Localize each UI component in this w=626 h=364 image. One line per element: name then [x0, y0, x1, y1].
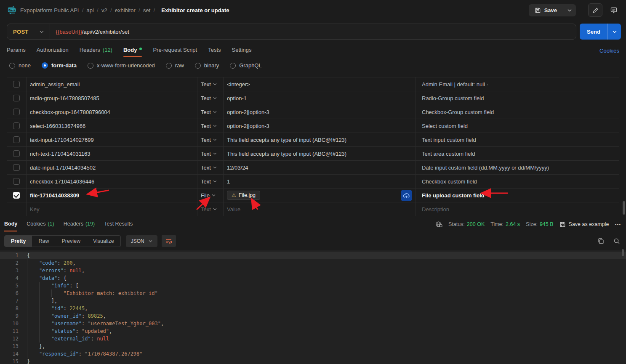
description-cell[interactable]: Description [416, 202, 619, 216]
send-button[interactable]: Send [580, 24, 607, 40]
value-cell[interactable]: Value [224, 202, 416, 216]
value-cell[interactable]: option-1 [224, 91, 416, 105]
key-cell[interactable]: checkbox-group-1647808796004 [26, 105, 197, 119]
tab-params[interactable]: Params [7, 44, 26, 57]
type-selector[interactable]: Text [197, 161, 224, 174]
response-tab-headers[interactable]: Headers(19) [64, 218, 95, 231]
value-cell[interactable]: 12/03/24 [224, 161, 416, 174]
save-dropdown-button[interactable] [563, 4, 576, 16]
save-button[interactable]: Save [529, 4, 563, 16]
copy-button[interactable] [597, 238, 604, 244]
type-selector[interactable]: Text [197, 147, 224, 160]
type-selector[interactable]: Text [197, 175, 224, 188]
request-tabs: ParamsAuthorizationHeaders(12)BodyPre-re… [0, 44, 626, 57]
key-cell[interactable]: select-1660313674966 [26, 119, 197, 133]
code-scrollbar[interactable] [622, 249, 624, 256]
key-cell[interactable]: rich-text-1710414031163 [26, 147, 197, 160]
row-checkbox[interactable] [13, 136, 20, 143]
type-selector[interactable]: Text [197, 119, 224, 133]
key-cell[interactable]: Key [26, 202, 197, 216]
row-checkbox[interactable] [13, 164, 20, 171]
method-selector[interactable]: POST [7, 24, 50, 39]
breadcrumb-item[interactable]: api [87, 7, 94, 13]
value-cell[interactable]: <integer> [224, 77, 416, 91]
description-cell[interactable]: Select custom field [416, 119, 619, 133]
key-cell[interactable]: checkbox-1710414036446 [26, 175, 197, 188]
type-selector[interactable]: File [197, 189, 224, 202]
breadcrumb-item[interactable]: Expoplatform Public API [20, 7, 79, 13]
response-body-viewer[interactable]: 1{2"code": 200,3"errors": null,4"data": … [0, 250, 626, 364]
row-checkbox[interactable] [13, 81, 20, 88]
key-cell[interactable]: admin_assign_email [26, 77, 197, 91]
edit-button[interactable] [588, 3, 602, 17]
description-cell[interactable]: Checkbox custom field [416, 175, 619, 188]
view-tab-raw[interactable]: Raw [32, 236, 55, 247]
tab-headers[interactable]: Headers(12) [80, 44, 112, 57]
description-cell[interactable]: Radio-Group custom field [416, 91, 619, 105]
value-cell[interactable]: option-2||option-3 [224, 119, 416, 133]
key-cell[interactable]: file-1710414038309 [26, 189, 197, 202]
view-tab-preview[interactable]: Preview [55, 236, 86, 247]
key-cell[interactable]: text-input-1710414027699 [26, 133, 197, 146]
description-cell[interactable]: Checkbox-Group custom field [416, 105, 619, 119]
type-selector[interactable]: Text [197, 77, 224, 91]
row-checkbox[interactable] [13, 109, 20, 115]
key-cell[interactable]: date-input-1710414034502 [26, 161, 197, 174]
value-cell[interactable]: ⚠File.jpg [224, 189, 416, 202]
value-cell[interactable]: option-2||option-3 [224, 105, 416, 119]
more-options-button[interactable]: ••• [615, 222, 621, 227]
response-tab-body[interactable]: Body [4, 218, 17, 231]
comments-button[interactable] [607, 3, 621, 17]
type-selector[interactable]: Text [197, 202, 224, 216]
url-input[interactable]: {{baseUrl}}/api/v2/exhibitor/set [50, 29, 135, 35]
breadcrumb-item[interactable]: v2 [101, 7, 107, 13]
file-chip[interactable]: ⚠File.jpg [227, 191, 260, 200]
description-cell[interactable]: Admin Email | default: null · [416, 77, 619, 91]
cookies-link[interactable]: Cookies [599, 48, 619, 57]
upload-file-button[interactable] [401, 190, 412, 201]
type-selector[interactable]: Text [197, 133, 224, 146]
type-selector[interactable]: Text [197, 105, 224, 119]
type-selector[interactable]: Text [197, 91, 224, 105]
value-cell[interactable]: This field accepts any type of input (AB… [224, 133, 416, 146]
body-mode-binary[interactable]: binary [195, 62, 219, 69]
tab-tests[interactable]: Tests [208, 44, 221, 57]
search-button[interactable] [613, 238, 620, 244]
response-tab-test-results[interactable]: Test Results [104, 218, 133, 231]
tab-body[interactable]: Body [123, 44, 142, 57]
body-mode-none[interactable]: none [9, 62, 31, 69]
type-label: Text [201, 151, 211, 157]
send-options-button[interactable] [607, 24, 621, 40]
breadcrumb-item[interactable]: set [143, 7, 150, 13]
response-tab-cookies[interactable]: Cookies(1) [27, 218, 54, 231]
description-cell[interactable]: Text input custom field [416, 133, 619, 146]
description-cell[interactable]: Date input custom field (dd.MM.yyyy or d… [416, 161, 619, 174]
body-mode-GraphQL[interactable]: GraphQL [230, 62, 261, 69]
row-checkbox-checked[interactable] [13, 192, 20, 199]
row-checkbox[interactable] [13, 178, 20, 185]
value-cell[interactable]: This field accepts any type of input (AB… [224, 147, 416, 160]
format-selector[interactable]: JSON [126, 235, 157, 247]
breadcrumb-item[interactable]: exhibitor [115, 7, 136, 13]
key-cell[interactable]: radio-group-1647808507485 [26, 91, 197, 105]
table-scrollbar[interactable] [623, 201, 625, 215]
row-checkbox[interactable] [13, 122, 20, 129]
row-checkbox[interactable] [13, 95, 20, 101]
body-mode-form-data[interactable]: form-data [42, 62, 77, 69]
value-cell[interactable]: 1 [224, 175, 416, 188]
row-checkbox[interactable] [13, 150, 20, 157]
view-tab-visualize[interactable]: Visualize [87, 236, 120, 247]
tab-authorization[interactable]: Authorization [37, 44, 69, 57]
indent-guide [39, 320, 51, 327]
network-globe-icon[interactable] [435, 221, 442, 228]
tab-settings[interactable]: Settings [232, 44, 252, 57]
view-tab-pretty[interactable]: Pretty [5, 236, 32, 247]
body-mode-x-www-form-urlencoded[interactable]: x-www-form-urlencoded [88, 62, 155, 69]
save-as-example-button[interactable]: Save as example [559, 221, 609, 228]
description-cell[interactable]: Text area custom field [416, 147, 619, 160]
chevron-down-icon [213, 97, 217, 99]
body-mode-raw[interactable]: raw [166, 62, 184, 69]
tab-pre-request-script[interactable]: Pre-request Script [153, 44, 197, 57]
wrap-lines-button[interactable] [162, 235, 176, 247]
description-cell[interactable]: File upload custom field [416, 189, 619, 202]
